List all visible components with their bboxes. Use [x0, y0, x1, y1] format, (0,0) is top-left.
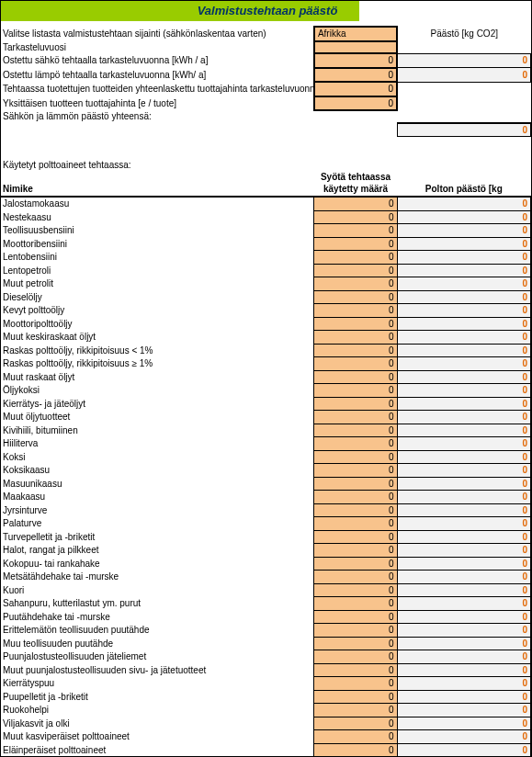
fuel-row: Jalostamokaasu00: [1, 197, 531, 210]
fuel-row: Lentopetroli00: [1, 264, 531, 277]
fuel-qty-input[interactable]: 0: [314, 397, 397, 411]
fuel-emission: 0: [397, 437, 530, 451]
title-gap-right: [359, 1, 531, 21]
fuel-emission: 0: [397, 503, 530, 517]
fuel-emission: 0: [397, 224, 530, 238]
fuel-row: Kierrätys- ja jäteöljyt00: [1, 397, 531, 411]
fuel-name: Jalostamokaasu: [1, 197, 314, 210]
fuel-name: Moottoribensiini: [1, 237, 314, 251]
row-input[interactable]: [314, 41, 397, 54]
fuel-row: Maakaasu00: [1, 491, 531, 504]
fuel-qty-input[interactable]: 0: [314, 331, 397, 345]
fuel-name: Muut keskiraskaat öljyt: [1, 331, 314, 345]
fuel-name: Teollisuusbensiini: [1, 224, 314, 238]
row-label: Yksittäisen tuotteen tuottajahinta [e / …: [1, 96, 314, 111]
fuel-qty-input[interactable]: 0: [314, 663, 397, 677]
fuel-emission: 0: [397, 384, 530, 398]
fuel-emission: 0: [397, 544, 530, 558]
fuel-qty-input[interactable]: 0: [314, 571, 397, 584]
fuel-qty-input[interactable]: 0: [314, 237, 397, 251]
fuel-row: Puupelletit ja -briketit00: [1, 690, 531, 704]
row-input[interactable]: 0: [314, 96, 397, 111]
fuel-emission: 0: [397, 571, 530, 584]
fuel-qty-input[interactable]: 0: [314, 650, 397, 664]
fuel-row: Raskas polttoöljy, rikkipitoisuus < 1%00: [1, 344, 531, 357]
fuel-qty-input[interactable]: 0: [314, 317, 397, 331]
fuel-qty-input[interactable]: 0: [314, 464, 397, 478]
fuel-qty-input[interactable]: 0: [314, 583, 397, 597]
fuel-name: Metsätähdehake tai -murske: [1, 571, 314, 584]
row-input[interactable]: 0: [314, 82, 397, 96]
fuel-emission: 0: [397, 210, 530, 224]
fuel-emission: 0: [397, 663, 530, 677]
fuel-name: Muut petrolit: [1, 277, 314, 291]
fuel-row: Nestekaasu00: [1, 210, 531, 224]
fuel-qty-input[interactable]: 0: [314, 717, 397, 730]
fuel-name: Sahanpuru, kutterilastut ym. purut: [1, 597, 314, 611]
fuel-qty-input[interactable]: 0: [314, 743, 397, 757]
fuel-row: Puutähdehake tai -murske00: [1, 610, 531, 624]
fuel-qty-input[interactable]: 0: [314, 597, 397, 611]
fuel-qty-input[interactable]: 0: [314, 304, 397, 318]
fuel-qty-input[interactable]: 0: [314, 290, 397, 304]
fuel-emission: 0: [397, 344, 530, 357]
fuel-qty-input[interactable]: 0: [314, 730, 397, 744]
emission-header: Päästö [kg CO2]: [397, 27, 530, 41]
fuel-qty-input[interactable]: 0: [314, 610, 397, 624]
fuel-row: Moottoribensiini00: [1, 237, 531, 251]
fuel-qty-input[interactable]: 0: [314, 624, 397, 638]
row-input[interactable]: Afrikka: [314, 27, 397, 41]
fuel-row: Kokopuu- tai rankahake00: [1, 557, 531, 571]
row-input[interactable]: 0: [314, 53, 397, 68]
fuel-qty-input[interactable]: 0: [314, 437, 397, 451]
fuel-qty-input[interactable]: 0: [314, 370, 397, 384]
fuel-name: Erittelemätön teollisuuden puutähde: [1, 624, 314, 638]
fuel-emission: 0: [397, 397, 530, 411]
fuel-emission: 0: [397, 624, 530, 638]
fuel-qty-input[interactable]: 0: [314, 557, 397, 571]
fuel-qty-input[interactable]: 0: [314, 411, 397, 424]
fuel-name: Puupelletit ja -briketit: [1, 690, 314, 704]
emission-value: 0: [397, 53, 530, 68]
fuel-qty-input[interactable]: 0: [314, 517, 397, 531]
fuel-qty-input[interactable]: 0: [314, 197, 397, 210]
fuel-qty-input[interactable]: 0: [314, 264, 397, 277]
fuel-row: Sahanpuru, kutterilastut ym. purut00: [1, 597, 531, 611]
row-label: Tehtaassa tuotettujen tuotteiden yhteenl…: [1, 82, 314, 96]
fuel-qty-input[interactable]: 0: [314, 530, 397, 544]
fuel-qty-input[interactable]: 0: [314, 544, 397, 558]
fuel-emission: 0: [397, 597, 530, 611]
fuel-qty-input[interactable]: 0: [314, 477, 397, 491]
fuel-name: Kierrätys- ja jäteöljyt: [1, 397, 314, 411]
fuel-row: Lentobensiini00: [1, 251, 531, 265]
fuel-name: Kierrätyspuu: [1, 677, 314, 691]
fuel-qty-input[interactable]: 0: [314, 357, 397, 371]
fuel-name: Masuunikaasu: [1, 477, 314, 491]
fuel-emission: 0: [397, 650, 530, 664]
fuel-row: Kierrätyspuu00: [1, 677, 531, 691]
fuel-qty-input[interactable]: 0: [314, 424, 397, 437]
fuel-qty-input[interactable]: 0: [314, 224, 397, 238]
fuel-emission: 0: [397, 304, 530, 318]
top-row: Ostettu sähkö tehtaalla tarkasteluvuonna…: [1, 53, 531, 68]
row-label: Tarkasteluvuosi: [1, 41, 314, 54]
fuel-qty-input[interactable]: 0: [314, 503, 397, 517]
top-row: Tarkasteluvuosi: [1, 41, 531, 54]
fuel-row: Ruokohelpi00: [1, 704, 531, 717]
top-row: Yksittäisen tuotteen tuottajahinta [e / …: [1, 96, 531, 111]
fuel-qty-input[interactable]: 0: [314, 251, 397, 265]
fuel-qty-input[interactable]: 0: [314, 491, 397, 504]
fuel-qty-input[interactable]: 0: [314, 637, 397, 650]
fuel-qty-input[interactable]: 0: [314, 704, 397, 717]
fuel-qty-input[interactable]: 0: [314, 677, 397, 691]
fuel-qty-input[interactable]: 0: [314, 690, 397, 704]
fuel-qty-input[interactable]: 0: [314, 450, 397, 464]
fuel-qty-input[interactable]: 0: [314, 344, 397, 357]
fuel-name: Muut puunjalostusteollisuuden sivu- ja j…: [1, 663, 314, 677]
fuel-qty-input[interactable]: 0: [314, 210, 397, 224]
fuel-qty-input[interactable]: 0: [314, 384, 397, 398]
fuel-qty-input[interactable]: 0: [314, 277, 397, 291]
fuel-row: Muut petrolit00: [1, 277, 531, 291]
fuel-emission: 0: [397, 357, 530, 371]
row-input[interactable]: 0: [314, 68, 397, 83]
